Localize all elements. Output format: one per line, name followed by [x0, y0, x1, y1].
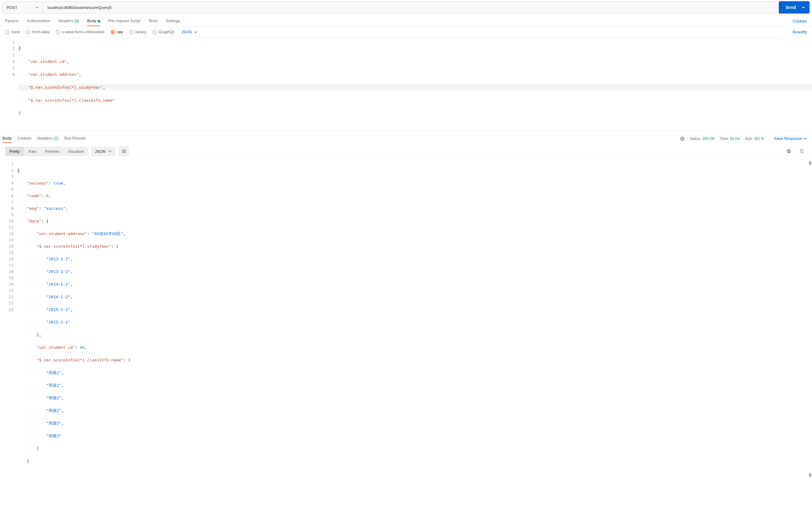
response-header: Body Cookies Headers (2) Test Results St…: [0, 131, 812, 143]
send-label: Send: [785, 5, 796, 10]
line-gutter: 123456789101112131415161718192021222324: [0, 160, 17, 478]
radio-icon: [56, 30, 60, 34]
wrap-icon: [121, 149, 126, 154]
code-area[interactable]: { "success": true, "code": 0, "msg": "su…: [17, 160, 812, 478]
resp-tab-test-results[interactable]: Test Results: [64, 134, 86, 143]
globe-icon[interactable]: [680, 136, 685, 141]
body-type-raw[interactable]: raw: [111, 30, 123, 34]
response-body-editor[interactable]: 123456789101112131415161718192021222324 …: [0, 160, 812, 478]
response-view-bar: Pretty Raw Preview Visualize JSON: [0, 143, 812, 160]
tab-tests[interactable]: Tests: [149, 16, 158, 26]
method-label: POST: [6, 5, 17, 10]
view-raw[interactable]: Raw: [24, 147, 41, 156]
view-visualize[interactable]: Visualize: [63, 147, 88, 156]
request-tabs: Params Authorization Headers (8) Body Pr…: [0, 14, 812, 27]
request-body-editor[interactable]: 123456 [ ····"var.student.id", ····"var.…: [0, 38, 812, 131]
send-button[interactable]: Send: [779, 1, 810, 14]
chevron-down-icon: [108, 149, 112, 153]
search-icon: [799, 149, 804, 154]
body-type-graphql[interactable]: GraphQL: [152, 30, 175, 34]
response-format-select[interactable]: JSON: [91, 147, 116, 156]
save-response-button[interactable]: Save Response: [774, 136, 807, 141]
body-type-urlencoded[interactable]: x-www-form-urlencoded: [56, 30, 104, 34]
svg-rect-3: [787, 150, 790, 152]
code-area[interactable]: [ ····"var.student.id", ····"var.student…: [18, 38, 812, 131]
url-input[interactable]: localhost:8080/student/scoreQuery5: [43, 1, 776, 14]
chevron-down-icon: [194, 30, 197, 34]
resp-tab-headers[interactable]: Headers (2): [37, 134, 59, 143]
resp-tab-cookies[interactable]: Cookies: [17, 134, 32, 143]
radio-icon: [129, 30, 134, 34]
body-type-none[interactable]: none: [5, 30, 20, 34]
chevron-down-icon: [35, 5, 39, 9]
scrollbar-thumb[interactable]: [809, 473, 811, 477]
tab-authorization[interactable]: Authorization: [27, 16, 50, 26]
svg-rect-2: [788, 150, 791, 153]
tab-params[interactable]: Params: [5, 16, 19, 26]
modified-dot-icon: [98, 20, 100, 22]
tab-settings[interactable]: Settings: [166, 16, 180, 26]
view-pretty[interactable]: Pretty: [5, 147, 24, 156]
radio-icon: [5, 30, 9, 34]
request-bar: POST localhost:8080/student/scoreQuery5 …: [0, 1, 812, 14]
copy-icon: [786, 149, 791, 154]
chevron-down-icon: [803, 137, 807, 140]
scrollbar-thumb[interactable]: [809, 161, 811, 165]
body-type-binary[interactable]: binary: [129, 30, 146, 34]
view-preview[interactable]: Preview: [41, 147, 63, 156]
body-type-form-data[interactable]: form-data: [26, 30, 50, 34]
method-select[interactable]: POST: [2, 1, 43, 14]
search-button[interactable]: [797, 146, 807, 156]
tab-prerequest[interactable]: Pre-request Script: [108, 16, 140, 26]
beautify-link[interactable]: Beautify: [793, 30, 807, 34]
svg-point-4: [800, 150, 803, 152]
tab-headers[interactable]: Headers (8): [58, 16, 79, 26]
resp-tab-body[interactable]: Body: [2, 134, 12, 143]
url-text: localhost:8080/student/scoreQuery5: [47, 5, 111, 10]
view-mode-segment: Pretty Raw Preview Visualize: [5, 147, 88, 156]
radio-icon: [26, 30, 30, 34]
radio-icon: [111, 30, 115, 34]
response-meta: Status: 200 OK Time: 56 ms Size: 381 B S…: [680, 135, 807, 142]
radio-icon: [152, 30, 157, 34]
raw-format-select[interactable]: JSON: [181, 30, 197, 34]
body-type-row: none form-data x-www-form-urlencoded raw…: [0, 27, 812, 38]
wrap-lines-button[interactable]: [119, 146, 129, 156]
chevron-down-icon[interactable]: [796, 5, 810, 9]
copy-button[interactable]: [784, 146, 794, 156]
line-gutter: 123456: [0, 38, 18, 131]
cookies-link[interactable]: Cookies: [793, 19, 807, 24]
tab-body[interactable]: Body: [87, 16, 100, 26]
